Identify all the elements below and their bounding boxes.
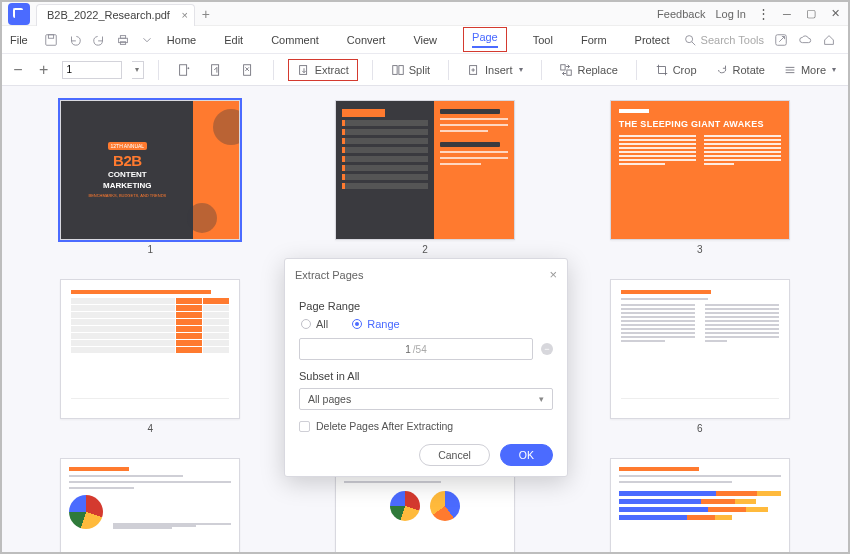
radio-range[interactable]: Range [352,318,399,330]
page-dropdown-icon[interactable]: ▾ [132,61,144,79]
tab-title: B2B_2022_Research.pdf [47,9,170,21]
undo-icon[interactable] [68,33,82,47]
checkbox-icon [299,421,310,432]
separator [372,60,373,80]
delete-page-icon[interactable] [237,60,259,80]
extract-pages-dialog: Extract Pages × Page Range All Range [284,258,568,477]
range-input[interactable]: 1 /54 [299,338,533,360]
range-row: 1 /54 − [299,338,553,360]
menu-page[interactable]: Page [463,27,507,52]
thumbnail-preview [610,279,790,419]
tab-close-icon[interactable]: × [182,9,188,21]
thumbnail-item[interactable]: 4 [60,279,240,434]
thumbnail-preview [335,100,515,240]
thumb-title: THE SLEEPING GIANT AWAKES [619,119,781,129]
menu-tool[interactable]: Tool [531,30,555,50]
rotate-button[interactable]: Rotate [711,60,769,80]
menu-home[interactable]: Home [165,30,198,50]
app-logo [8,3,30,25]
redo-icon[interactable] [92,33,106,47]
main-menu: Home Edit Comment Convert View Page Tool… [165,27,672,52]
svg-point-5 [685,35,692,42]
thumbnail-item[interactable] [610,458,790,552]
cloud-icon[interactable] [798,33,812,47]
more-button[interactable]: More [779,60,840,80]
thumbnail-label: 3 [697,244,703,255]
kebab-menu-icon[interactable] [756,7,770,21]
thumbnail-preview [610,458,790,552]
file-menu[interactable]: File [10,34,28,46]
menu-view[interactable]: View [411,30,439,50]
subset-select[interactable]: All pages ▾ [299,388,553,410]
minimize-icon[interactable]: ─ [780,7,794,21]
maximize-icon[interactable]: ▢ [804,7,818,21]
thumbnail-item[interactable]: THE SLEEPING GIANT AWAKES 3 [610,100,790,255]
close-window-icon[interactable]: ✕ [828,7,842,21]
thumbnail-item[interactable]: 12TH ANNUAL B2B CONTENT MARKETING BENCHM… [60,100,240,255]
save-icon[interactable] [44,33,58,47]
thumbnail-label: 4 [148,423,154,434]
delete-after-row[interactable]: Delete Pages After Extracting [299,420,553,432]
split-button[interactable]: Split [387,60,434,80]
svg-rect-10 [299,65,306,74]
svg-rect-7 [179,64,186,75]
insert-blank-icon[interactable] [173,60,195,80]
thumbnail-label: 1 [148,244,154,255]
menu-convert[interactable]: Convert [345,30,388,50]
insert-button[interactable]: Insert [463,60,527,80]
svg-rect-0 [45,34,56,45]
svg-rect-3 [120,35,125,38]
svg-rect-9 [243,64,250,75]
search-icon [683,33,697,47]
zoom-out-button[interactable]: − [10,61,26,79]
svg-rect-14 [561,64,565,69]
extract-button[interactable]: Extract [288,59,358,81]
search-tools[interactable]: Search Tools [683,33,764,47]
more-label: More [801,64,826,76]
dialog-title: Extract Pages [295,269,363,281]
new-tab-button[interactable]: + [195,6,217,22]
crop-button[interactable]: Crop [651,60,701,80]
feedback-link[interactable]: Feedback [657,8,705,20]
thumbnail-item[interactable]: 6 [610,279,790,434]
menu-protect[interactable]: Protect [633,30,672,50]
cancel-button[interactable]: Cancel [419,444,490,466]
titlebar-right: Feedback Log In ─ ▢ ✕ [657,7,848,21]
print-icon[interactable] [116,33,130,47]
svg-rect-12 [399,65,403,74]
title-bar: B2B_2022_Research.pdf × + Feedback Log I… [2,2,848,26]
menu-left: File [10,33,154,47]
radio-all[interactable]: All [301,318,328,330]
zoom-in-button[interactable]: + [36,61,52,79]
menu-bar: File Home Edit Comment Convert View Page… [2,26,848,54]
page-number-input[interactable] [62,61,122,79]
thumbnail-panel: 12TH ANNUAL B2B CONTENT MARKETING BENCHM… [2,86,848,552]
insert-from-file-icon[interactable] [205,60,227,80]
replace-button[interactable]: Replace [555,60,621,80]
dialog-body: Page Range All Range 1 /54 [285,290,567,476]
delete-after-label: Delete Pages After Extracting [316,420,453,432]
svg-rect-11 [393,65,397,74]
document-tab[interactable]: B2B_2022_Research.pdf × [36,4,195,26]
qa-dropdown-icon[interactable] [140,33,154,47]
separator [158,60,159,80]
thumbnail-item[interactable] [60,458,240,552]
share-icon[interactable] [774,33,788,47]
crop-label: Crop [673,64,697,76]
range-remove-icon[interactable]: − [541,343,553,355]
thumbnail-item[interactable]: 2 [335,100,515,255]
home-icon[interactable] [822,33,836,47]
search-placeholder: Search Tools [701,34,764,46]
ok-button[interactable]: OK [500,444,553,466]
menu-edit[interactable]: Edit [222,30,245,50]
dialog-close-icon[interactable]: × [549,267,557,282]
split-label: Split [409,64,430,76]
menu-form[interactable]: Form [579,30,609,50]
subset-value: All pages [308,393,351,405]
quick-access-icons [44,33,154,47]
menu-right: Search Tools [683,33,840,47]
login-link[interactable]: Log In [715,8,746,20]
menu-comment[interactable]: Comment [269,30,321,50]
extract-label: Extract [315,64,349,76]
separator [636,60,637,80]
